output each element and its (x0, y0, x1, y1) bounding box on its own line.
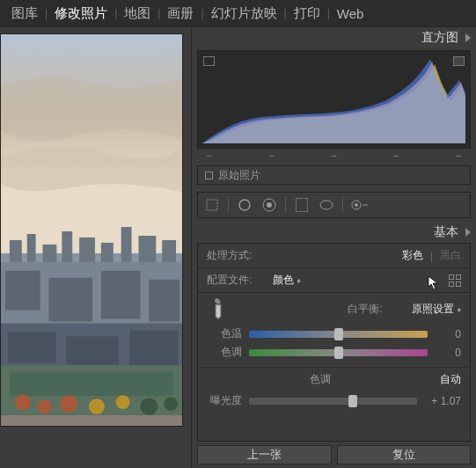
svg-rect-7 (79, 238, 95, 262)
temp-value[interactable]: 0 (435, 328, 461, 340)
svg-point-31 (239, 200, 250, 210)
treatment-bw[interactable]: 黑白 (440, 248, 461, 263)
treatment-color[interactable]: 彩色 (402, 248, 423, 263)
module-nav: 图库| 修改照片| 地图| 画册| 幻灯片放映| 打印| Web (0, 0, 476, 26)
auto-button[interactable]: 自动 (440, 372, 461, 387)
temp-slider-row: 色温 0 (198, 325, 470, 343)
svg-rect-9 (121, 227, 132, 262)
basic-panel-body: 处理方式: 彩色 | 黑白 配置文件: 颜色♦ 白平衡: (197, 243, 471, 442)
collapse-icon (465, 228, 471, 237)
checkbox-icon[interactable] (205, 172, 213, 179)
basic-title: 基本 (434, 224, 458, 240)
svg-rect-13 (48, 278, 92, 322)
histogram-title: 直方图 (421, 30, 458, 46)
photo-preview[interactable] (0, 33, 183, 427)
wb-label: 白平衡: (348, 302, 382, 317)
svg-rect-8 (101, 243, 114, 262)
svg-rect-11 (162, 240, 176, 262)
exposure-slider[interactable] (249, 398, 417, 405)
profile-dropdown[interactable]: 颜色♦ (273, 273, 301, 288)
svg-rect-21 (10, 371, 173, 396)
brush-tool-icon[interactable] (350, 196, 368, 214)
shadow-clip-icon[interactable] (203, 56, 215, 66)
svg-point-27 (140, 398, 157, 415)
svg-rect-3 (10, 240, 22, 262)
svg-point-24 (60, 395, 77, 413)
radial-tool-icon[interactable] (318, 196, 335, 214)
svg-rect-10 (138, 236, 156, 262)
temp-slider[interactable] (249, 331, 428, 338)
nav-map[interactable]: 地图 (118, 4, 157, 24)
preview-pane (0, 26, 191, 468)
svg-rect-17 (8, 332, 55, 362)
profile-row: 配置文件: 颜色♦ (198, 268, 470, 293)
svg-rect-5 (43, 245, 57, 262)
collapse-icon (465, 33, 471, 42)
original-label: 原始照片 (218, 168, 260, 183)
exposure-slider-row: 曝光度 + 1.07 (198, 391, 470, 410)
develop-panel: 直方图 ––––– 原始照片 (191, 26, 476, 468)
wb-row: 白平衡: 原照设置♦ (198, 293, 470, 325)
svg-rect-19 (130, 330, 178, 365)
svg-rect-29 (1, 415, 182, 426)
svg-point-26 (116, 395, 130, 409)
svg-rect-0 (1, 34, 182, 262)
cursor-icon (428, 275, 440, 291)
svg-rect-39 (214, 297, 221, 304)
treatment-label: 处理方式: (207, 248, 252, 263)
svg-rect-4 (27, 234, 36, 262)
prev-button[interactable]: 上一张 (197, 445, 332, 464)
svg-point-33 (267, 202, 272, 208)
profile-browser-icon[interactable] (449, 274, 461, 287)
reset-button[interactable]: 复位 (337, 445, 472, 464)
wb-dropdown[interactable]: 原照设置♦ (412, 302, 461, 317)
profile-label: 配置文件: (207, 273, 252, 288)
temp-label: 色温 (207, 326, 242, 341)
tone-header-row: 色调 自动 (198, 368, 470, 391)
tool-strip (197, 192, 471, 218)
redeye-tool-icon[interactable] (260, 196, 278, 214)
svg-rect-18 (66, 336, 118, 364)
histogram-regions: ––––– (192, 150, 476, 162)
svg-point-28 (164, 397, 178, 411)
spot-tool-icon[interactable] (236, 196, 253, 214)
crop-tool-icon[interactable] (203, 196, 221, 214)
svg-point-25 (89, 399, 105, 414)
tint-label: 色调 (207, 345, 242, 360)
exposure-label: 曝光度 (207, 393, 242, 408)
svg-rect-12 (5, 271, 40, 311)
svg-point-35 (320, 201, 333, 209)
svg-rect-6 (62, 231, 72, 262)
eyedropper-icon[interactable] (202, 293, 235, 325)
footer-buttons: 上一张 复位 (192, 442, 476, 468)
nav-library[interactable]: 图库 (5, 4, 44, 24)
original-photo-row[interactable]: 原始照片 (197, 165, 471, 185)
tint-slider-row: 色调 0 (198, 343, 470, 368)
highlight-clip-icon[interactable] (453, 56, 465, 66)
treatment-row: 处理方式: 彩色 | 黑白 (198, 244, 470, 268)
histogram-display[interactable] (197, 50, 471, 149)
nav-book[interactable]: 画册 (161, 4, 200, 24)
tone-title: 色调 (310, 372, 331, 387)
svg-rect-30 (207, 200, 217, 210)
basic-header[interactable]: 基本 (192, 222, 476, 243)
svg-rect-15 (149, 280, 179, 322)
svg-point-37 (355, 203, 358, 207)
tint-value[interactable]: 0 (435, 347, 461, 359)
exposure-value[interactable]: + 1.07 (424, 395, 461, 407)
nav-slideshow[interactable]: 幻灯片放映 (205, 4, 283, 24)
nav-print[interactable]: 打印 (288, 4, 326, 24)
gradient-tool-icon[interactable] (293, 196, 311, 214)
nav-web[interactable]: Web (331, 4, 370, 23)
nav-develop[interactable]: 修改照片 (48, 4, 114, 24)
histogram-header[interactable]: 直方图 (192, 27, 476, 48)
svg-rect-14 (101, 271, 141, 319)
svg-point-23 (38, 399, 52, 413)
svg-rect-34 (296, 198, 308, 212)
svg-point-22 (15, 394, 31, 410)
tint-slider[interactable] (249, 349, 428, 356)
